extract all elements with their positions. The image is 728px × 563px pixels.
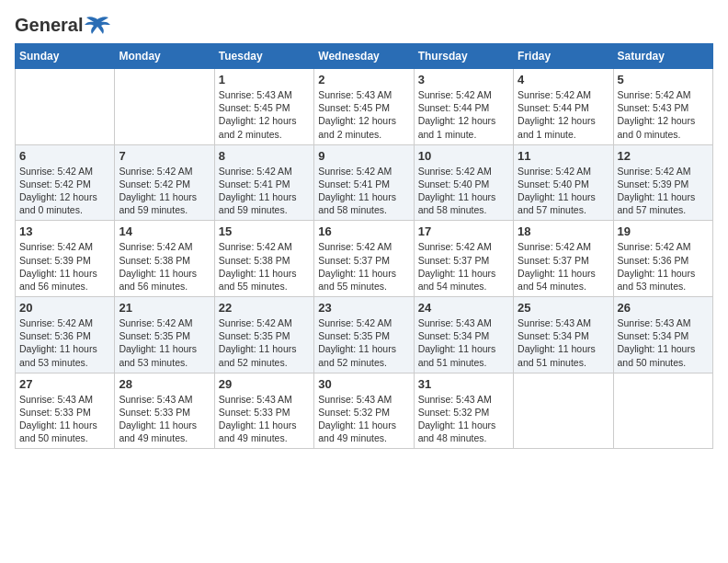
- day-number: 8: [219, 149, 310, 163]
- day-number: 21: [119, 301, 210, 315]
- day-info: Sunrise: 5:42 AM Sunset: 5:37 PM Dayligh…: [518, 240, 609, 293]
- day-number: 27: [19, 377, 110, 391]
- calendar-cell: 29Sunrise: 5:43 AM Sunset: 5:33 PM Dayli…: [214, 373, 313, 449]
- calendar-cell: 31Sunrise: 5:43 AM Sunset: 5:32 PM Dayli…: [414, 373, 513, 449]
- day-number: 24: [418, 301, 509, 315]
- day-info: Sunrise: 5:42 AM Sunset: 5:40 PM Dayligh…: [518, 165, 609, 217]
- day-info: Sunrise: 5:42 AM Sunset: 5:38 PM Dayligh…: [119, 240, 210, 293]
- calendar-cell: 13Sunrise: 5:42 AM Sunset: 5:39 PM Dayli…: [16, 221, 115, 297]
- calendar-cell: 18Sunrise: 5:42 AM Sunset: 5:37 PM Dayli…: [514, 221, 613, 297]
- calendar-cell: 17Sunrise: 5:42 AM Sunset: 5:37 PM Dayli…: [414, 221, 513, 297]
- calendar-week-2: 6Sunrise: 5:42 AM Sunset: 5:42 PM Daylig…: [16, 144, 713, 221]
- day-number: 7: [119, 149, 210, 163]
- calendar-cell: 1Sunrise: 5:43 AM Sunset: 5:45 PM Daylig…: [214, 69, 313, 145]
- day-info: Sunrise: 5:42 AM Sunset: 5:36 PM Dayligh…: [19, 316, 110, 369]
- header-day-tuesday: Tuesday: [214, 44, 313, 69]
- day-number: 14: [119, 224, 210, 238]
- calendar-cell: 28Sunrise: 5:43 AM Sunset: 5:33 PM Dayli…: [115, 373, 214, 449]
- calendar-cell: [16, 69, 115, 145]
- calendar-cell: 15Sunrise: 5:42 AM Sunset: 5:38 PM Dayli…: [214, 221, 313, 297]
- day-number: 31: [418, 377, 509, 391]
- calendar-week-5: 27Sunrise: 5:43 AM Sunset: 5:33 PM Dayli…: [16, 373, 713, 449]
- header-day-wednesday: Wednesday: [314, 44, 414, 69]
- calendar-cell: [514, 373, 613, 449]
- day-info: Sunrise: 5:42 AM Sunset: 5:35 PM Dayligh…: [119, 316, 210, 369]
- calendar-cell: [115, 69, 214, 145]
- page-header: General: [15, 15, 713, 36]
- day-number: 3: [418, 73, 509, 86]
- header-day-monday: Monday: [115, 44, 214, 69]
- day-info: Sunrise: 5:43 AM Sunset: 5:32 PM Dayligh…: [418, 393, 509, 445]
- calendar-cell: 25Sunrise: 5:43 AM Sunset: 5:34 PM Dayli…: [514, 297, 613, 373]
- day-info: Sunrise: 5:42 AM Sunset: 5:41 PM Dayligh…: [219, 165, 310, 217]
- day-info: Sunrise: 5:43 AM Sunset: 5:32 PM Dayligh…: [318, 393, 409, 445]
- calendar-cell: 3Sunrise: 5:42 AM Sunset: 5:44 PM Daylig…: [414, 69, 513, 145]
- day-number: 25: [518, 301, 609, 315]
- header-day-saturday: Saturday: [613, 44, 712, 69]
- day-number: 15: [219, 224, 310, 238]
- calendar-cell: 10Sunrise: 5:42 AM Sunset: 5:40 PM Dayli…: [414, 144, 513, 221]
- day-number: 20: [19, 301, 110, 315]
- calendar-cell: 6Sunrise: 5:42 AM Sunset: 5:42 PM Daylig…: [16, 144, 115, 221]
- day-info: Sunrise: 5:43 AM Sunset: 5:45 PM Dayligh…: [318, 88, 409, 141]
- day-info: Sunrise: 5:43 AM Sunset: 5:33 PM Dayligh…: [119, 393, 210, 445]
- calendar-cell: 30Sunrise: 5:43 AM Sunset: 5:32 PM Dayli…: [314, 373, 414, 449]
- day-number: 16: [318, 224, 409, 238]
- calendar-cell: 7Sunrise: 5:42 AM Sunset: 5:42 PM Daylig…: [115, 144, 214, 221]
- day-info: Sunrise: 5:43 AM Sunset: 5:34 PM Dayligh…: [618, 316, 709, 369]
- calendar-cell: 24Sunrise: 5:43 AM Sunset: 5:34 PM Dayli…: [414, 297, 513, 373]
- calendar-cell: 23Sunrise: 5:42 AM Sunset: 5:35 PM Dayli…: [314, 297, 414, 373]
- header-day-friday: Friday: [514, 44, 613, 69]
- day-number: 1: [219, 73, 310, 86]
- calendar-cell: 9Sunrise: 5:42 AM Sunset: 5:41 PM Daylig…: [314, 144, 414, 221]
- day-number: 6: [19, 149, 110, 163]
- day-number: 28: [119, 377, 210, 391]
- logo: General: [15, 15, 110, 36]
- day-info: Sunrise: 5:43 AM Sunset: 5:45 PM Dayligh…: [219, 88, 310, 141]
- day-info: Sunrise: 5:42 AM Sunset: 5:36 PM Dayligh…: [618, 240, 709, 293]
- day-number: 2: [318, 73, 409, 86]
- day-info: Sunrise: 5:42 AM Sunset: 5:42 PM Dayligh…: [119, 165, 210, 217]
- day-info: Sunrise: 5:42 AM Sunset: 5:39 PM Dayligh…: [19, 240, 110, 293]
- day-number: 11: [518, 149, 609, 163]
- day-info: Sunrise: 5:42 AM Sunset: 5:40 PM Dayligh…: [418, 165, 509, 217]
- day-info: Sunrise: 5:42 AM Sunset: 5:35 PM Dayligh…: [318, 316, 409, 369]
- day-number: 19: [618, 224, 709, 238]
- calendar-header-row: SundayMondayTuesdayWednesdayThursdayFrid…: [16, 44, 713, 69]
- calendar-cell: 4Sunrise: 5:42 AM Sunset: 5:44 PM Daylig…: [514, 69, 613, 145]
- header-day-sunday: Sunday: [16, 44, 115, 69]
- calendar-table: SundayMondayTuesdayWednesdayThursdayFrid…: [15, 43, 713, 449]
- day-number: 12: [618, 149, 709, 163]
- day-number: 17: [418, 224, 509, 238]
- calendar-cell: [613, 373, 712, 449]
- day-info: Sunrise: 5:42 AM Sunset: 5:43 PM Dayligh…: [618, 88, 709, 141]
- day-number: 9: [318, 149, 409, 163]
- day-info: Sunrise: 5:42 AM Sunset: 5:41 PM Dayligh…: [318, 165, 409, 217]
- day-number: 30: [318, 377, 409, 391]
- day-info: Sunrise: 5:42 AM Sunset: 5:44 PM Dayligh…: [418, 88, 509, 141]
- day-info: Sunrise: 5:43 AM Sunset: 5:33 PM Dayligh…: [219, 393, 310, 445]
- day-number: 4: [518, 73, 609, 86]
- calendar-cell: 21Sunrise: 5:42 AM Sunset: 5:35 PM Dayli…: [115, 297, 214, 373]
- day-info: Sunrise: 5:42 AM Sunset: 5:37 PM Dayligh…: [418, 240, 509, 293]
- day-info: Sunrise: 5:42 AM Sunset: 5:39 PM Dayligh…: [618, 165, 709, 217]
- calendar-cell: 2Sunrise: 5:43 AM Sunset: 5:45 PM Daylig…: [314, 69, 414, 145]
- day-info: Sunrise: 5:43 AM Sunset: 5:34 PM Dayligh…: [418, 316, 509, 369]
- calendar-week-4: 20Sunrise: 5:42 AM Sunset: 5:36 PM Dayli…: [16, 297, 713, 373]
- logo-general: General: [15, 15, 83, 36]
- calendar-cell: 5Sunrise: 5:42 AM Sunset: 5:43 PM Daylig…: [613, 69, 712, 145]
- day-info: Sunrise: 5:42 AM Sunset: 5:44 PM Dayligh…: [518, 88, 609, 141]
- calendar-cell: 19Sunrise: 5:42 AM Sunset: 5:36 PM Dayli…: [613, 221, 712, 297]
- logo-bird-icon: [85, 16, 110, 36]
- day-info: Sunrise: 5:42 AM Sunset: 5:38 PM Dayligh…: [219, 240, 310, 293]
- day-number: 26: [618, 301, 709, 315]
- day-number: 29: [219, 377, 310, 391]
- calendar-cell: 27Sunrise: 5:43 AM Sunset: 5:33 PM Dayli…: [16, 373, 115, 449]
- calendar-cell: 20Sunrise: 5:42 AM Sunset: 5:36 PM Dayli…: [16, 297, 115, 373]
- day-info: Sunrise: 5:42 AM Sunset: 5:37 PM Dayligh…: [318, 240, 409, 293]
- day-number: 22: [219, 301, 310, 315]
- calendar-cell: 11Sunrise: 5:42 AM Sunset: 5:40 PM Dayli…: [514, 144, 613, 221]
- day-number: 23: [318, 301, 409, 315]
- day-info: Sunrise: 5:43 AM Sunset: 5:34 PM Dayligh…: [518, 316, 609, 369]
- calendar-cell: 16Sunrise: 5:42 AM Sunset: 5:37 PM Dayli…: [314, 221, 414, 297]
